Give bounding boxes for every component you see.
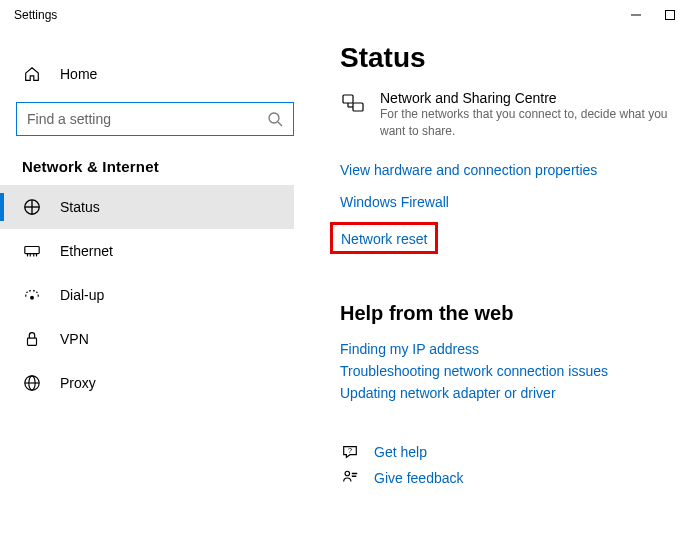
sidebar-item-proxy[interactable]: Proxy: [0, 361, 294, 405]
minimize-icon[interactable]: [631, 10, 641, 20]
page-title: Status: [340, 42, 681, 74]
get-help-label: Get help: [374, 444, 427, 460]
svg-rect-1: [666, 11, 675, 20]
sharing-icon: [340, 90, 366, 140]
sidebar-heading: Network & Internet: [22, 158, 294, 175]
status-icon: [22, 197, 42, 217]
home-button[interactable]: Home: [16, 52, 294, 96]
search-icon: [267, 111, 283, 127]
svg-point-12: [31, 296, 34, 299]
sharing-desc: For the networks that you connect to, de…: [380, 106, 670, 140]
highlight-box: Network reset: [330, 222, 438, 254]
svg-rect-18: [353, 103, 363, 111]
sidebar-item-status[interactable]: Status: [0, 185, 294, 229]
ethernet-icon: [22, 241, 42, 261]
help-heading: Help from the web: [340, 302, 681, 325]
sidebar-item-label: Proxy: [60, 375, 96, 391]
title-bar: Settings: [0, 0, 691, 30]
search-input[interactable]: [16, 102, 294, 136]
dialup-icon: [22, 285, 42, 305]
get-help-button[interactable]: ? Get help: [340, 443, 681, 461]
svg-rect-7: [25, 247, 39, 254]
feedback-icon: [340, 469, 360, 487]
window-title: Settings: [10, 8, 57, 22]
svg-point-2: [269, 113, 279, 123]
sidebar-item-ethernet[interactable]: Ethernet: [0, 229, 294, 273]
sharing-section: Network and Sharing Centre For the netwo…: [340, 90, 681, 140]
link-windows-firewall[interactable]: Windows Firewall: [340, 194, 449, 210]
link-finding-ip[interactable]: Finding my IP address: [340, 341, 681, 357]
sidebar-item-label: VPN: [60, 331, 89, 347]
svg-line-3: [278, 122, 282, 126]
svg-text:?: ?: [348, 445, 352, 454]
sidebar: Home Network & Internet Status: [0, 30, 310, 551]
window-controls: [631, 10, 681, 20]
maximize-icon[interactable]: [665, 10, 675, 20]
link-network-reset[interactable]: Network reset: [341, 231, 427, 247]
sidebar-item-vpn[interactable]: VPN: [0, 317, 294, 361]
link-troubleshooting[interactable]: Troubleshooting network connection issue…: [340, 363, 681, 379]
home-icon: [22, 64, 42, 84]
proxy-icon: [22, 373, 42, 393]
give-feedback-button[interactable]: Give feedback: [340, 469, 681, 487]
search-field[interactable]: [27, 111, 267, 127]
help-icon: ?: [340, 443, 360, 461]
give-feedback-label: Give feedback: [374, 470, 464, 486]
sidebar-item-label: Ethernet: [60, 243, 113, 259]
link-updating-adapter[interactable]: Updating network adapter or driver: [340, 385, 681, 401]
home-label: Home: [60, 66, 97, 82]
content: Status Network and Sharing Centre For th…: [310, 30, 691, 551]
svg-point-22: [345, 471, 350, 476]
svg-rect-17: [343, 95, 353, 103]
link-hardware-properties[interactable]: View hardware and connection properties: [340, 162, 597, 178]
sidebar-item-dialup[interactable]: Dial-up: [0, 273, 294, 317]
sidebar-item-label: Dial-up: [60, 287, 104, 303]
svg-rect-13: [28, 338, 37, 345]
sidebar-item-label: Status: [60, 199, 100, 215]
sharing-title: Network and Sharing Centre: [380, 90, 670, 106]
vpn-icon: [22, 329, 42, 349]
